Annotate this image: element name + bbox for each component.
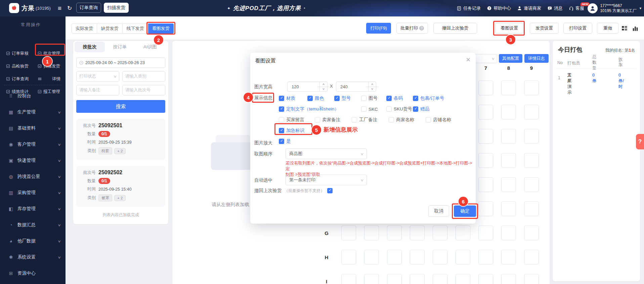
batch-print-button[interactable]: 批量打印? <box>396 23 428 34</box>
refresh-icon[interactable]: ↻ <box>67 0 72 16</box>
grid-slot-cell[interactable] <box>478 177 493 192</box>
sidebar-item-data-summary[interactable]: ◔数据汇总∨ <box>0 217 66 233</box>
sidebar-item-inventory[interactable]: ◧库存管理∨ <box>0 201 66 217</box>
grid-slot-cell[interactable] <box>433 274 447 284</box>
grid-slot-cell[interactable] <box>410 226 425 240</box>
tab-by-order[interactable]: 按订单 <box>105 42 135 52</box>
date-range-input[interactable]: 2025-09-24 00 ~ 2025-09-26 23 <box>76 57 165 68</box>
topbar-tab-order-query[interactable]: 订单查询 <box>76 3 101 13</box>
sidebar-item-resource-center[interactable]: ⊞资源中心 <box>0 265 66 281</box>
topbar-item-customer-service[interactable]: 客服NEW <box>569 5 584 11</box>
grid-slot-cell[interactable] <box>524 153 539 168</box>
topbar-item-task-log[interactable]: 任务记录 <box>457 5 481 11</box>
grid-slot-cell[interactable] <box>387 250 402 265</box>
grid-slot-cell[interactable] <box>478 250 493 265</box>
sidebar-item-production[interactable]: ▦生产管理∨ <box>0 104 66 120</box>
user-menu[interactable]: 177****5667 10195 方果演示工厂 ▼ <box>588 0 642 16</box>
grid-slot-cell[interactable] <box>501 153 516 168</box>
option-checkbox-SKU货号[interactable]: SKU货号 <box>386 106 413 112</box>
tab-shortage-ship[interactable]: 缺货发货 <box>97 23 123 34</box>
grid-slot-cell[interactable] <box>524 81 539 95</box>
option-checkbox-工厂备注[interactable]: 工厂备注 <box>352 117 389 123</box>
close-icon[interactable]: × <box>466 55 470 64</box>
fetch-order-select[interactable]: 商品图∨ <box>286 148 367 159</box>
list-view-icon[interactable] <box>621 25 628 32</box>
revoke-last-check-button[interactable]: 撤回上次验货 <box>433 23 477 34</box>
grid-slot-cell[interactable] <box>410 250 425 265</box>
quick-link-qc-inspect[interactable]: 品检验货 <box>6 63 29 69</box>
view-settings-button[interactable]: 看图设置 <box>495 23 523 34</box>
option-checkbox-型号[interactable]: 型号 <box>334 95 361 101</box>
batch-no-input[interactable]: 请输入批次号 <box>122 85 165 95</box>
grid-slot-cell[interactable] <box>341 226 356 240</box>
grid-slot-cell[interactable] <box>478 274 493 284</box>
sidebar-item-base-data[interactable]: ▤基础资料∨ <box>0 120 66 136</box>
grid-slot-cell[interactable] <box>478 226 493 240</box>
option-checkbox-包裹/订单号[interactable]: 包裹/订单号 <box>413 95 444 101</box>
auto-select-select[interactable]: 第一条未打印∨ <box>286 175 367 185</box>
quick-link-order-review[interactable]: 订单审核 <box>6 50 29 57</box>
search-button[interactable]: 搜索 <box>76 100 165 113</box>
grid-slot-cell[interactable] <box>456 226 470 240</box>
grid-slot-cell[interactable] <box>433 250 447 265</box>
category-input[interactable]: 请输入类别 <box>122 71 165 82</box>
sidebar-item-console[interactable]: ⠿控制台 <box>0 88 66 104</box>
sidebar-item-express[interactable]: ▣快递管理∨ <box>0 152 66 169</box>
grid-slot-cell[interactable] <box>524 274 539 284</box>
category-chip[interactable]: 枕套 <box>98 147 112 154</box>
option-checkbox-定制文字（temu和shein）[interactable]: 定制文字（temu和shein） <box>279 106 361 112</box>
option-checkbox-SKC[interactable]: SKC <box>361 106 386 112</box>
topbar-tab-scan-ship[interactable]: 扫描发货 <box>104 3 129 13</box>
image-width-input[interactable]: 120 ∧∨ <box>287 82 328 92</box>
grid-slot-cell[interactable] <box>387 274 402 284</box>
option-checkbox-商家名称[interactable]: 商家名称 <box>389 117 426 123</box>
sidebar-item-other-factory-data[interactable]: ◕他厂数据∨ <box>0 233 66 249</box>
app-logo[interactable] <box>9 3 19 13</box>
grid-filter-select[interactable]: ∨ <box>473 54 497 63</box>
other-config-button[interactable]: 其他配置 <box>499 54 522 63</box>
grid-slot-cell[interactable] <box>341 250 356 265</box>
grid-slot-cell[interactable] <box>364 250 379 265</box>
sidebar-item-customer[interactable]: ◉客户管理∨ <box>0 136 66 152</box>
col-total[interactable]: 总数量 <box>592 60 595 64</box>
grid-slot-cell[interactable] <box>478 105 493 120</box>
grid-slot-cell[interactable] <box>478 129 493 144</box>
grid-slot-cell[interactable] <box>387 226 402 240</box>
option-checkbox-颜色[interactable]: 颜色 <box>307 95 334 101</box>
grid-slot-cell[interactable] <box>501 129 516 144</box>
tab-offline-ship[interactable]: 线下发货 <box>123 23 148 34</box>
category-chip[interactable]: 被罩 <box>98 194 112 201</box>
zoom-yes-checkbox[interactable]: 是 <box>279 138 291 144</box>
grid-slot-cell[interactable] <box>501 177 516 192</box>
grid-slot-cell[interactable] <box>341 274 356 284</box>
grid-slot-cell[interactable] <box>501 226 516 240</box>
grid-slot-cell[interactable] <box>524 177 539 192</box>
grid-slot-cell[interactable] <box>456 274 470 284</box>
print-f9-button[interactable]: 打印(F9) <box>366 23 391 34</box>
hamburger-icon[interactable]: ≡ <box>58 0 61 16</box>
grid-slot-cell[interactable] <box>501 274 516 284</box>
category-chip[interactable]: + 2 <box>114 195 126 201</box>
grid-slot-cell[interactable] <box>478 201 493 216</box>
quick-link-order-query[interactable]: 订单查询 <box>6 76 29 82</box>
batch-card[interactable]: 批次号25092502数量0/1时间2025-09-25 15:40类别被罩+ … <box>76 166 165 207</box>
category-chip[interactable]: + 2 <box>114 148 126 154</box>
topbar-item-message[interactable]: 消息 <box>547 5 563 11</box>
option-checkbox-卖家备注[interactable]: 卖家备注 <box>315 117 352 123</box>
image-height-input[interactable]: 240 ∧∨ <box>336 82 376 92</box>
topbar-item-help-center[interactable]: ?帮助中心 <box>487 5 511 11</box>
batch-card[interactable]: 批次号25092501数量0/1时间2025-09-25 15:39类别枕套+ … <box>76 119 165 160</box>
option-checkbox-材质[interactable]: 材质 <box>279 95 307 101</box>
grid-slot-cell[interactable] <box>501 201 516 216</box>
option-checkbox-条码[interactable]: 条码 <box>386 95 413 101</box>
grid-slot-cell[interactable] <box>524 250 539 265</box>
tab-by-batch[interactable]: 按批次 <box>75 42 105 52</box>
quick-link-batch-manage[interactable]: 批次管理 <box>38 50 60 57</box>
ship-settings-button[interactable]: 发货设置 <box>530 23 559 34</box>
stats-chart-icon[interactable] <box>632 25 639 32</box>
quick-link-detail[interactable]: 详情 <box>38 76 60 82</box>
grid-slot-cell[interactable] <box>364 226 379 240</box>
grid-slot-cell[interactable] <box>501 81 516 95</box>
topbar-item-invite-merchant[interactable]: 邀请商家 <box>517 5 541 11</box>
option-checkbox-买家留言[interactable]: 买家留言 <box>279 117 315 123</box>
